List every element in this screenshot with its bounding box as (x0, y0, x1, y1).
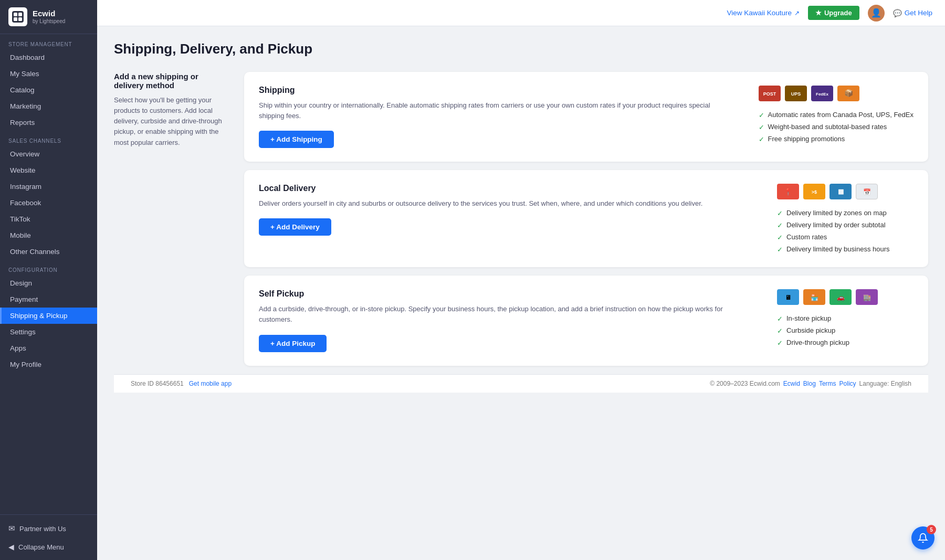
setup-description-panel: Add a new shipping or delivery method Se… (114, 72, 229, 148)
get-mobile-app-link[interactable]: Get mobile app (189, 380, 232, 387)
sidebar-item-my-sales[interactable]: My Sales (0, 66, 97, 82)
sidebar-item-settings[interactable]: Settings (0, 324, 97, 340)
sidebar-item-instagram[interactable]: Instagram (0, 178, 97, 195)
feature-text: Automatic rates from Canada Post, UPS, F… (768, 111, 914, 119)
sidebar-item-shipping-pickup[interactable]: Shipping & Pickup (0, 308, 97, 324)
dollar-icon: >$ (803, 184, 825, 199)
notification-button[interactable]: 5 (911, 526, 934, 550)
feature-text: Custom rates (786, 233, 827, 241)
section-label-sales-channels: Sales channels (0, 131, 97, 146)
sidebar-item-marketing[interactable]: Marketing (0, 98, 97, 114)
envelope-icon: ✉ (8, 524, 15, 533)
user-avatar[interactable]: 👤 (868, 5, 885, 22)
store-link-label: View Kawaii Kouture (727, 9, 792, 17)
shipping-feature-0: ✓ Automatic rates from Canada Post, UPS,… (759, 111, 914, 119)
delivery-feature-3: ✓ Delivery limited by business hours (777, 245, 914, 253)
ups-icon: UPS (785, 86, 807, 101)
shipping-card: Shipping Ship within your country or int… (244, 72, 928, 162)
pickup-feature-1: ✓ Curbside pickup (777, 326, 914, 335)
add-delivery-button[interactable]: + Add Delivery (259, 218, 331, 236)
sidebar-item-my-profile[interactable]: My Profile (0, 356, 97, 373)
store-icon: 🏪 (803, 289, 825, 305)
main-area: View Kawaii Kouture ↗ ★ Upgrade 👤 💬 Get … (97, 0, 945, 560)
svg-text:🏬: 🏬 (863, 293, 871, 301)
local-delivery-card: Local Delivery Deliver orders yourself i… (244, 170, 928, 267)
sidebar-bottom: ✉ Partner with Us ◀ Collapse Menu (0, 514, 97, 560)
add-pickup-button[interactable]: + Add Pickup (259, 335, 327, 352)
logo-area[interactable]: Ecwid by Lightspeed (0, 0, 97, 34)
pickup-feature-0: ✓ In-store pickup (777, 314, 914, 323)
sidebar-item-other-channels[interactable]: Other Channels (0, 244, 97, 260)
sidebar-item-catalog[interactable]: Catalog (0, 82, 97, 98)
check-icon: ✓ (759, 111, 764, 119)
sidebar-item-label: Overview (10, 150, 39, 158)
feature-text: Curbside pickup (786, 326, 835, 334)
footer-terms-link[interactable]: Terms (819, 380, 836, 387)
feature-text: Delivery limited by zones on map (786, 209, 887, 217)
sidebar-item-design[interactable]: Design (0, 275, 97, 291)
svg-text:UPS: UPS (791, 91, 801, 97)
sidebar-item-overview[interactable]: Overview (0, 146, 97, 162)
footer-right: © 2009–2023 Ecwid.com Ecwid Blog Terms P… (710, 380, 911, 387)
screen-icon: 🖥 (777, 289, 799, 305)
sidebar-item-label: Design (10, 279, 32, 287)
check-icon: ✓ (777, 327, 783, 335)
feature-text: Free shipping promotions (768, 135, 845, 143)
svg-text:🖥: 🖥 (785, 294, 791, 301)
add-shipping-button[interactable]: + Add Shipping (259, 131, 334, 148)
sidebar-item-mobile[interactable]: Mobile (0, 227, 97, 244)
local-delivery-description: Deliver orders yourself in city and subu… (259, 198, 756, 209)
shipping-card-left: Shipping Ship within your country or int… (259, 86, 738, 148)
check-icon: ✓ (777, 246, 783, 253)
self-pickup-card: Self Pickup Add a curbside, drive-throug… (244, 276, 928, 365)
calendar-icon: 📅 (856, 184, 878, 199)
sidebar-item-label: Mobile (10, 231, 31, 239)
sidebar-item-label: Catalog (10, 86, 35, 94)
upgrade-button[interactable]: ★ Upgrade (808, 6, 859, 20)
canada-post-icon: POST (759, 86, 781, 101)
check-icon: ✓ (777, 221, 783, 229)
footer-ecwid-link[interactable]: Ecwid (783, 380, 800, 387)
shipping-feature-1: ✓ Weight-based and subtotal-based rates (759, 123, 914, 131)
pickup-features: ✓ In-store pickup ✓ Curbside pickup ✓ Dr… (777, 314, 914, 347)
get-help-link[interactable]: 💬 Get Help (893, 9, 932, 17)
check-icon: ✓ (777, 234, 783, 241)
delivery-feature-1: ✓ Delivery limited by order subtotal (777, 221, 914, 229)
sidebar-item-label: My Sales (10, 70, 39, 78)
partner-with-us[interactable]: ✉ Partner with Us (0, 519, 97, 538)
svg-text:🏪: 🏪 (811, 293, 818, 301)
sidebar-item-tiktok[interactable]: TikTok (0, 211, 97, 227)
page-title: Shipping, Delivery, and Pickup (114, 41, 928, 57)
sidebar-item-website[interactable]: Website (0, 162, 97, 178)
feature-text: Delivery limited by order subtotal (786, 221, 886, 229)
sidebar-item-reports[interactable]: Reports (0, 114, 97, 131)
sidebar-item-payment[interactable]: Payment (0, 291, 97, 308)
car-icon: 🚗 (830, 289, 852, 305)
footer-blog-link[interactable]: Blog (803, 380, 816, 387)
language-selector[interactable]: Language: English (859, 380, 911, 387)
check-icon: ✓ (777, 209, 783, 217)
sidebar-item-facebook[interactable]: Facebook (0, 195, 97, 211)
sidebar: Ecwid by Lightspeed Store management Das… (0, 0, 97, 560)
sidebar-item-apps[interactable]: Apps (0, 340, 97, 356)
shipping-title: Shipping (259, 86, 738, 95)
notification-badge: 5 (927, 525, 936, 534)
svg-text:📅: 📅 (863, 188, 871, 196)
method-cards-area: Shipping Ship within your country or int… (244, 72, 928, 366)
help-label: Get Help (905, 9, 932, 17)
collapse-icon: ◀ (8, 543, 14, 551)
feature-text: In-store pickup (786, 314, 831, 322)
collapse-menu[interactable]: ◀ Collapse Menu (0, 538, 97, 556)
sidebar-item-label: Dashboard (10, 54, 45, 61)
sidebar-item-label: Payment (10, 295, 38, 303)
delivery-feature-0: ✓ Delivery limited by zones on map (777, 209, 914, 217)
shipping-features: ✓ Automatic rates from Canada Post, UPS,… (759, 111, 914, 143)
view-store-link[interactable]: View Kawaii Kouture ↗ (727, 9, 800, 17)
self-pickup-card-right: 🖥 🏪 🚗 🏬 (777, 289, 914, 352)
sidebar-item-label: Settings (10, 328, 36, 336)
footer-policy-link[interactable]: Policy (839, 380, 856, 387)
logo-icon (8, 7, 27, 26)
sidebar-item-label: Marketing (10, 102, 41, 110)
check-icon: ✓ (759, 123, 764, 131)
sidebar-item-dashboard[interactable]: Dashboard (0, 49, 97, 66)
